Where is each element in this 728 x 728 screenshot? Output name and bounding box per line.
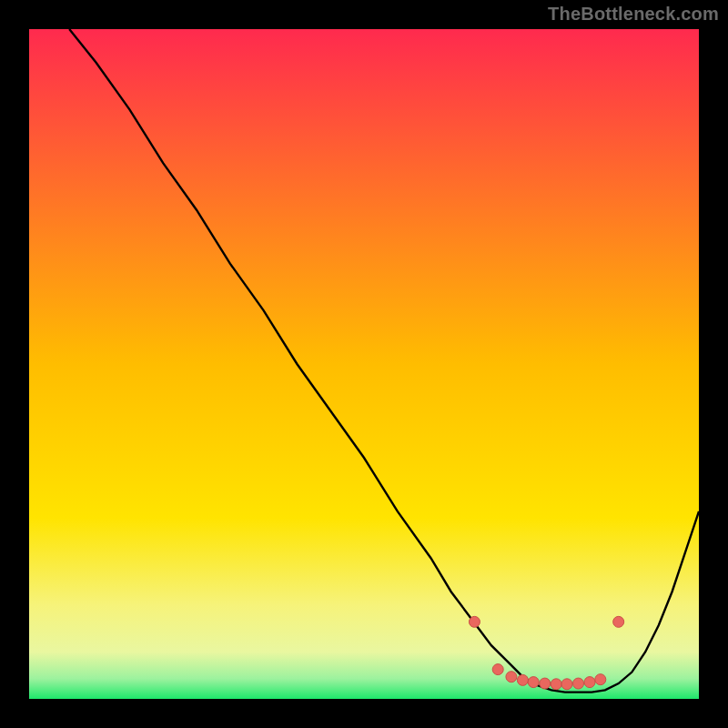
- dot-icon: [492, 664, 503, 675]
- dot-icon: [561, 679, 572, 690]
- plot-area: [29, 29, 699, 699]
- dot-icon: [573, 678, 584, 689]
- dot-icon: [506, 672, 517, 682]
- dot-icon: [469, 616, 480, 627]
- dot-icon: [584, 677, 595, 688]
- watermark-text: TheBottleneck.com: [548, 4, 719, 25]
- plot-svg: [29, 29, 699, 699]
- chart-stage: TheBottleneck.com: [0, 0, 728, 728]
- dot-icon: [528, 677, 539, 688]
- dot-icon: [540, 678, 551, 689]
- dot-icon: [595, 674, 606, 685]
- dot-icon: [613, 616, 624, 627]
- dot-icon: [517, 674, 528, 685]
- dot-icon: [551, 679, 561, 690]
- gradient-background: [29, 29, 699, 699]
